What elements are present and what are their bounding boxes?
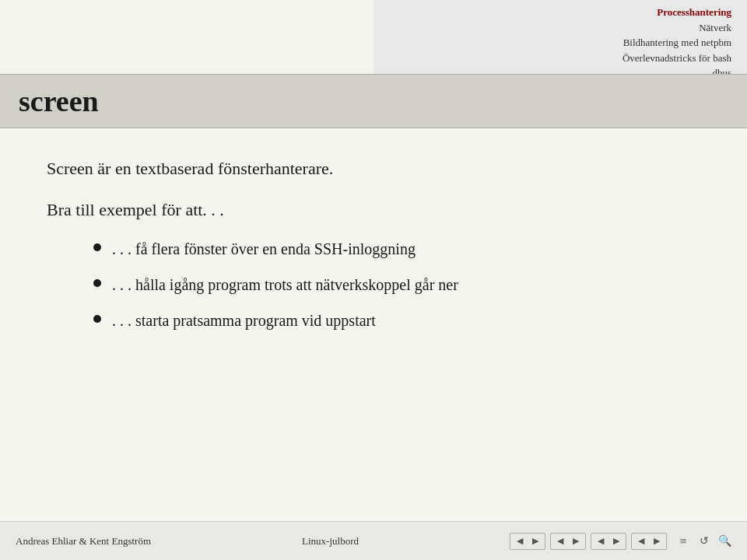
nav-control-group-4[interactable]: ◀ ▶	[631, 533, 667, 550]
nav-left-2[interactable]: ◀	[553, 534, 567, 548]
nav-right-4[interactable]: ▶	[650, 534, 664, 548]
bullet-dot-1	[93, 243, 101, 251]
content-area: Screen är en textbaserad fönsterhanterar…	[47, 156, 700, 498]
zoom-icon[interactable]: 🔍	[718, 534, 731, 548]
bullet-item-1: . . . få flera fönster över en enda SSH-…	[93, 238, 700, 260]
nav-left-4[interactable]: ◀	[634, 534, 648, 548]
bullet-text-3: . . . starta pratsamma program vid uppst…	[112, 310, 376, 331]
bullet-list: . . . få flera fönster över en enda SSH-…	[93, 238, 700, 331]
bullet-text-2: . . . hålla igång program trots att nätv…	[112, 274, 458, 296]
nav-item-overlevnad[interactable]: Överlevnadstricks för bash	[374, 51, 731, 66]
nav-right-3[interactable]: ▶	[609, 534, 623, 548]
nav-right-2[interactable]: ▶	[569, 534, 583, 548]
intro-line2: Bra till exempel för att. . .	[47, 197, 700, 222]
footer-authors: Andreas Ehliar & Kent Engström	[16, 535, 151, 548]
footer-controls: ◀ ▶ ◀ ▶ ◀ ▶ ◀ ▶ ≡ ↺ 🔍	[510, 533, 731, 550]
top-navigation: Processhantering Nätverk Bildhantering m…	[374, 0, 747, 86]
nav-item-processhantering[interactable]: Processhantering	[374, 5, 731, 20]
nav-right-1[interactable]: ▶	[528, 534, 542, 548]
footer-presentation-title: Linux-julbord	[302, 535, 359, 548]
nav-control-group-2[interactable]: ◀ ▶	[550, 533, 586, 550]
nav-control-group-3[interactable]: ◀ ▶	[591, 533, 626, 550]
bullet-dot-2	[93, 279, 101, 287]
bullet-text-1: . . . få flera fönster över en enda SSH-…	[112, 238, 416, 260]
slide-title: screen	[19, 85, 99, 117]
refresh-icon[interactable]: ↺	[700, 534, 709, 548]
menu-icon[interactable]: ≡	[676, 534, 690, 548]
nav-control-group-1[interactable]: ◀ ▶	[510, 533, 545, 550]
bullet-item-3: . . . starta pratsamma program vid uppst…	[93, 310, 700, 331]
bullet-item-2: . . . hålla igång program trots att nätv…	[93, 274, 700, 296]
bullet-dot-3	[93, 315, 101, 323]
nav-left-1[interactable]: ◀	[513, 534, 527, 548]
slide-title-bar: screen	[0, 74, 747, 128]
nav-item-natverk[interactable]: Nätverk	[374, 20, 731, 36]
nav-left-3[interactable]: ◀	[594, 534, 608, 548]
footer-bar: Andreas Ehliar & Kent Engström Linux-jul…	[0, 521, 747, 560]
nav-item-bildhantering[interactable]: Bildhantering med netpbm	[374, 35, 731, 51]
intro-line1: Screen är en textbaserad fönsterhanterar…	[47, 156, 700, 181]
